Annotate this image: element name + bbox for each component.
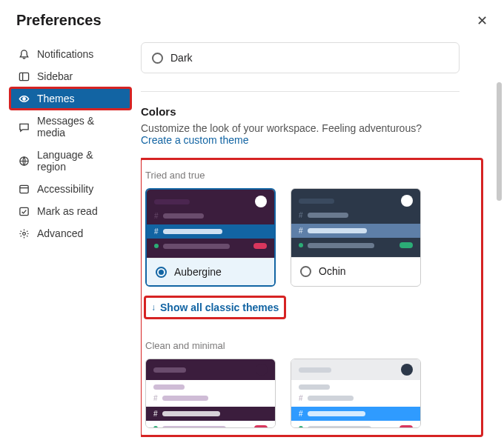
theme-preview: # # [291,189,420,257]
section-title: Colors [141,105,482,118]
divider [141,91,460,92]
group-label-tried: Tried and true [145,170,474,181]
sidebar-item-markread[interactable]: Mark as read [10,201,130,221]
svg-rect-6 [19,207,27,215]
appearance-dark-option[interactable]: Dark [141,42,460,73]
sidebar-item-label: Themes [37,93,75,104]
svg-rect-4 [19,185,27,193]
sidebar-item-notifications[interactable]: Notifications [10,44,130,64]
theme-preview: # # [146,359,275,427]
sidebar-item-advanced[interactable]: Advanced [10,223,130,244]
sidebar-item-label: Accessibility [37,183,93,195]
sidebar-item-language[interactable]: Language & region [10,144,130,177]
theme-card-ochin[interactable]: # # Ochin [291,188,421,287]
svg-point-7 [22,232,25,235]
eye-icon [18,93,30,104]
section-desc: Customize the look of your workspace. Fe… [141,122,482,134]
sidebar: Notifications Sidebar Themes Messages & … [0,38,141,443]
radio-icon[interactable] [300,266,311,277]
gear-icon [18,227,30,239]
theme-footer: Ochin [291,257,420,284]
show-all-classic-button[interactable]: ↓ Show all classic themes [145,297,285,318]
sidebar-item-label: Sidebar [37,70,73,82]
sidebar-item-sidebar[interactable]: Sidebar [10,66,130,87]
theme-footer: Aubergine [147,258,274,285]
group-label-clean: Clean and minimal [145,340,474,351]
theme-name: Aubergine [174,266,222,278]
theme-card-aubergine[interactable]: # # Aubergine [145,188,276,287]
bell-icon [18,48,30,60]
content-pane: Dark Colors Customize the look of your w… [141,38,504,443]
show-all-label: Show all classic themes [160,302,279,313]
theme-preview: # # [291,359,420,427]
sidebar-item-label: Mark as read [37,205,98,217]
accessibility-icon [18,183,30,195]
sidebar-item-messages[interactable]: Messages & media [10,110,130,143]
arrow-down-icon: ↓ [151,302,156,313]
close-icon[interactable]: ✕ [477,13,488,29]
colors-section: Colors Customize the look of your worksp… [141,105,482,146]
sidebar-item-label: Notifications [37,48,93,60]
scrollbar[interactable] [497,82,502,201]
sidebar-item-label: Messages & media [37,115,123,139]
svg-point-2 [22,97,24,99]
create-custom-theme-link[interactable]: Create a custom theme [141,134,482,146]
sidebar-item-label: Language & region [37,149,123,173]
panel-icon [18,70,30,82]
themes-area: Tried and true # # Aubergine # # [141,159,482,436]
sidebar-item-accessibility[interactable]: Accessibility [10,179,130,199]
dark-label: Dark [170,52,193,64]
svg-rect-0 [19,73,28,80]
theme-card-clean-0[interactable]: # # [145,359,276,428]
message-icon [18,121,30,133]
theme-card-clean-1[interactable]: # # [291,359,421,428]
radio-icon[interactable] [152,53,163,64]
sidebar-item-label: Advanced [37,227,83,239]
theme-preview: # # [147,190,274,258]
theme-name: Ochin [319,265,346,277]
radio-icon[interactable] [156,267,167,278]
sidebar-item-themes[interactable]: Themes [10,88,130,109]
globe-icon [18,155,30,167]
check-icon [18,205,30,217]
page-title: Preferences [16,12,102,29]
